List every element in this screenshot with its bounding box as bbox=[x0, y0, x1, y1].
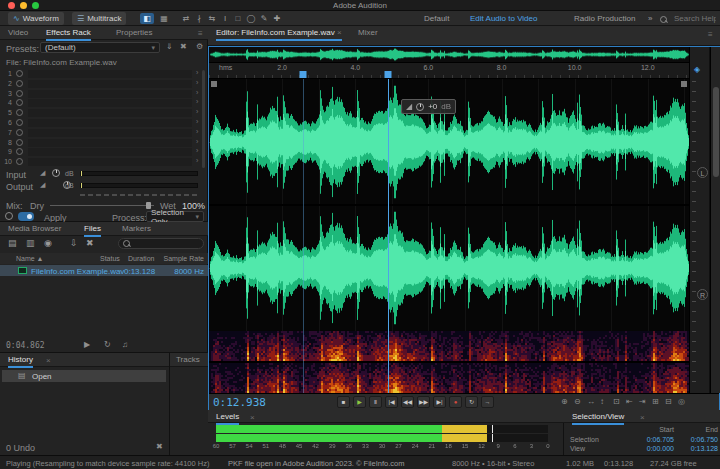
slot-well[interactable] bbox=[28, 80, 192, 88]
slot-well[interactable] bbox=[28, 90, 192, 98]
effects-slot[interactable]: 9› bbox=[0, 148, 208, 157]
effects-scrollbar[interactable] bbox=[202, 70, 205, 168]
show-spectral-button[interactable]: ▦ bbox=[157, 13, 171, 24]
mix-slider[interactable] bbox=[50, 205, 154, 206]
hud-volume-knob[interactable] bbox=[416, 103, 424, 111]
save-preset-icon[interactable]: ⇓ bbox=[166, 42, 173, 51]
import-file-icon[interactable]: ▥ bbox=[26, 238, 35, 248]
tab-video[interactable]: Video bbox=[8, 28, 28, 37]
fade-in-handle[interactable] bbox=[211, 81, 217, 87]
spot-healing-brush-tool-icon[interactable]: ✚ bbox=[271, 13, 283, 24]
power-toggle-icon[interactable] bbox=[16, 90, 23, 97]
marquee-selection-tool-icon[interactable]: □ bbox=[232, 13, 244, 24]
waveform-mode-button[interactable]: ∿ Waveform bbox=[8, 12, 64, 25]
chevron-right-icon[interactable]: › bbox=[196, 89, 198, 96]
panel-menu-icon[interactable]: ≡ bbox=[198, 29, 203, 38]
effects-slot[interactable]: 10› bbox=[0, 158, 208, 167]
settings-gear-icon[interactable]: ⚙ bbox=[196, 42, 203, 51]
close-icon[interactable]: × bbox=[250, 413, 255, 422]
chevron-right-icon[interactable]: › bbox=[196, 108, 198, 115]
fade-out-handle[interactable] bbox=[681, 81, 687, 87]
chevron-right-icon[interactable]: › bbox=[196, 128, 198, 135]
channel-r-button[interactable]: R bbox=[697, 289, 708, 300]
workspace-radio-production[interactable]: Radio Production bbox=[574, 14, 635, 23]
pin-icon[interactable]: ◈ bbox=[694, 65, 700, 74]
open-file-icon[interactable]: ▤ bbox=[8, 238, 17, 248]
slot-well[interactable] bbox=[28, 119, 192, 127]
scrollbar-thumb[interactable] bbox=[713, 87, 719, 177]
playhead-handle[interactable] bbox=[384, 71, 391, 78]
lasso-selection-tool-icon[interactable]: ◯ bbox=[245, 13, 257, 24]
process-dropdown[interactable]: Selection Only ▾ bbox=[146, 211, 204, 222]
overview-waveform[interactable] bbox=[209, 47, 689, 63]
tab-mixer[interactable]: Mixer bbox=[358, 28, 378, 37]
pause-button[interactable]: Ⅱ bbox=[369, 396, 382, 408]
tab-markers[interactable]: Markers bbox=[122, 224, 151, 233]
paintbrush-selection-tool-icon[interactable]: ✎ bbox=[258, 13, 270, 24]
zoom-in-amplitude-button[interactable]: ↕ bbox=[600, 397, 604, 406]
power-toggle-icon[interactable] bbox=[16, 148, 23, 155]
effects-slot[interactable]: 6› bbox=[0, 119, 208, 128]
snapshot-button[interactable]: ◎ bbox=[678, 397, 685, 406]
tab-levels[interactable]: Levels bbox=[216, 412, 239, 425]
chevron-right-icon[interactable]: › bbox=[196, 98, 198, 105]
delete-preset-icon[interactable]: ✖ bbox=[180, 42, 187, 51]
waveform-display[interactable] bbox=[209, 79, 689, 331]
delete-file-icon[interactable]: ✖ bbox=[86, 238, 94, 248]
slot-well[interactable] bbox=[28, 139, 192, 147]
presets-dropdown[interactable]: (Default) ▾ bbox=[40, 42, 160, 53]
stop-button[interactable]: ■ bbox=[337, 396, 350, 408]
chevron-right-icon[interactable]: › bbox=[196, 138, 198, 145]
preview-play-button[interactable]: ▶ bbox=[84, 340, 90, 349]
multitrack-mode-button[interactable]: ☰ Multitrack bbox=[72, 12, 126, 25]
effects-slot[interactable]: 4› bbox=[0, 99, 208, 108]
effects-slot[interactable]: 5› bbox=[0, 109, 208, 118]
razor-tool-icon[interactable]: ∤ bbox=[193, 13, 205, 24]
rack-power-icon[interactable] bbox=[5, 212, 13, 220]
close-icon[interactable]: × bbox=[640, 413, 645, 422]
toggle-all-effects-switch[interactable] bbox=[18, 212, 34, 221]
effects-slot[interactable]: 2› bbox=[0, 80, 208, 89]
column-header-status[interactable]: Status bbox=[100, 255, 120, 262]
zoom-to-selection-button[interactable]: ⊡ bbox=[613, 397, 620, 406]
power-toggle-icon[interactable] bbox=[16, 139, 23, 146]
chevron-right-icon[interactable]: › bbox=[196, 157, 198, 164]
zoom-in-time-button[interactable]: ↔ bbox=[587, 397, 595, 406]
zoom-in-right-button[interactable]: ⇥ bbox=[639, 397, 646, 406]
fast-forward-button[interactable]: ▶▶ bbox=[417, 396, 430, 408]
power-toggle-icon[interactable] bbox=[16, 158, 23, 165]
workspace-edit-audio-to-video[interactable]: Edit Audio to Video bbox=[470, 14, 537, 23]
slot-well[interactable] bbox=[28, 70, 192, 78]
slot-well[interactable] bbox=[28, 148, 192, 156]
spectrogram-display[interactable] bbox=[209, 331, 689, 393]
power-toggle-icon[interactable] bbox=[16, 119, 23, 126]
column-header-sample-rate[interactable]: Sample Rate bbox=[164, 255, 204, 262]
vertical-scrollbar[interactable] bbox=[710, 47, 720, 393]
show-waveform-button[interactable]: ◧ bbox=[140, 13, 154, 24]
files-search-input[interactable] bbox=[133, 238, 193, 249]
effects-slot[interactable]: 3› bbox=[0, 90, 208, 99]
slot-well[interactable] bbox=[28, 99, 192, 107]
power-toggle-icon[interactable] bbox=[16, 99, 23, 106]
tab-effects-rack[interactable]: Effects Rack bbox=[46, 28, 91, 41]
chevron-right-icon[interactable]: › bbox=[196, 69, 198, 76]
close-icon[interactable]: × bbox=[337, 28, 342, 37]
zoom-in-left-button[interactable]: ⇤ bbox=[626, 397, 633, 406]
slot-well[interactable] bbox=[28, 129, 192, 137]
close-icon[interactable]: × bbox=[46, 356, 51, 365]
workspace-default[interactable]: Default bbox=[424, 14, 449, 23]
tab-files[interactable]: Files bbox=[84, 224, 101, 237]
chevron-right-icon[interactable]: › bbox=[196, 79, 198, 86]
column-header-duration[interactable]: Duration bbox=[128, 255, 154, 262]
play-button[interactable]: ▶ bbox=[353, 396, 366, 408]
power-toggle-icon[interactable] bbox=[16, 109, 23, 116]
slot-well[interactable] bbox=[28, 109, 192, 117]
loop-playback-button[interactable]: ↻ bbox=[465, 396, 478, 408]
power-toggle-icon[interactable] bbox=[16, 70, 23, 77]
tab-media-browser[interactable]: Media Browser bbox=[8, 224, 61, 233]
move-tool-icon[interactable]: ⇄ bbox=[180, 13, 192, 24]
input-gain-knob[interactable] bbox=[52, 169, 60, 177]
zoom-out-full-button[interactable]: ⊟ bbox=[665, 397, 672, 406]
panel-menu-icon[interactable]: ≡ bbox=[708, 30, 713, 39]
tab-selection-view[interactable]: Selection/View bbox=[572, 412, 624, 425]
